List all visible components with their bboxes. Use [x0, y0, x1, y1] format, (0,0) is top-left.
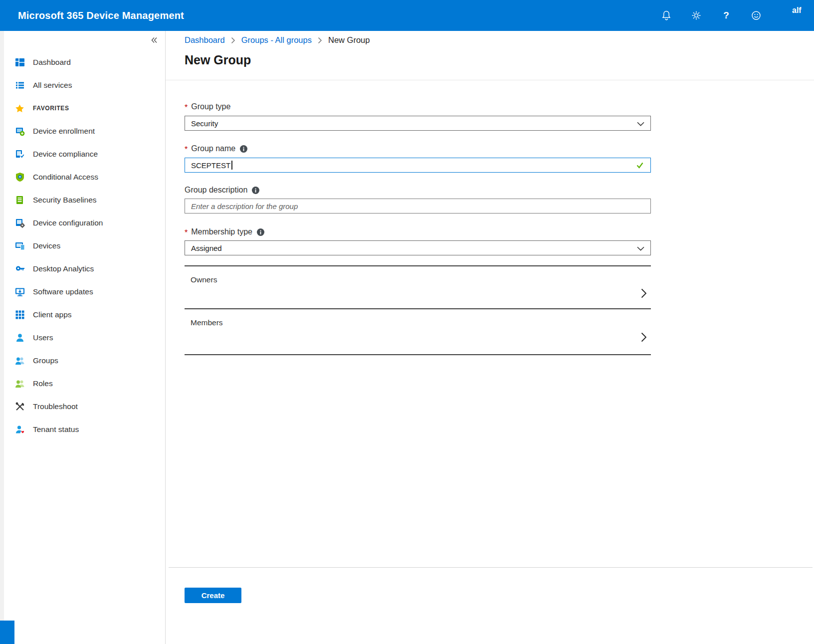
group-description-input[interactable] [185, 199, 651, 214]
help-icon[interactable]: ? [720, 9, 732, 21]
user-name[interactable]: alf [792, 6, 814, 15]
breadcrumb-current: New Group [328, 35, 370, 45]
sidebar-scrollbar[interactable] [0, 31, 4, 644]
troubleshoot-icon [15, 402, 25, 412]
main-content: Dashboard Groups - All groups New Group … [166, 31, 814, 644]
chevron-right-icon [318, 37, 322, 44]
info-icon[interactable] [252, 187, 259, 194]
members-row[interactable]: Members [185, 309, 651, 353]
sidebar-item-label: Security Baselines [33, 196, 97, 205]
info-icon[interactable] [257, 228, 264, 236]
sidebar-bottom-accent [0, 621, 14, 644]
groups-icon [15, 356, 25, 366]
sidebar-item-label: Troubleshoot [33, 402, 78, 411]
sidebar-item-label: Groups [33, 356, 58, 365]
star-icon [15, 103, 25, 113]
device-configuration-icon [15, 218, 25, 228]
roles-icon [15, 379, 25, 389]
text-cursor [231, 161, 232, 170]
all-services-icon [15, 80, 25, 90]
group-description-label: Group description [185, 186, 259, 195]
chevron-down-icon [637, 244, 644, 252]
group-type-value: Security [191, 119, 218, 128]
gear-icon[interactable] [690, 9, 702, 21]
chevron-down-icon [637, 119, 644, 128]
footer-separator [169, 567, 813, 568]
sidebar-item-troubleshoot[interactable]: Troubleshoot [0, 395, 165, 418]
chevron-right-icon [231, 37, 235, 44]
sidebar-item-desktop-analytics[interactable]: Desktop Analytics [0, 257, 165, 280]
members-bottom-divider [185, 354, 651, 355]
sidebar-item-label: Devices [33, 241, 60, 250]
group-name-value: SCEPTEST [191, 161, 230, 170]
membership-type-label: * Membership type [185, 227, 264, 236]
desktop-analytics-icon [15, 264, 25, 274]
sidebar-item-software-updates[interactable]: Software updates [0, 280, 165, 303]
sidebar-item-label: Roles [33, 379, 53, 388]
sidebar-item-label: Device compliance [33, 150, 98, 159]
users-icon [15, 333, 25, 343]
breadcrumb: Dashboard Groups - All groups New Group [185, 35, 370, 45]
sidebar-item-label: Tenant status [33, 425, 79, 434]
sidebar-item-roles[interactable]: Roles [0, 372, 165, 395]
chevron-right-icon [641, 332, 647, 343]
info-icon[interactable] [240, 145, 247, 153]
sidebar-item-label: All services [33, 81, 72, 90]
double-chevron-left-icon[interactable] [150, 36, 158, 46]
sidebar-item-label: Conditional Access [33, 173, 98, 182]
smiley-icon[interactable] [750, 9, 762, 21]
conditional-access-icon [15, 172, 25, 182]
sidebar-item-label: Device configuration [33, 218, 103, 227]
create-button[interactable]: Create [185, 588, 241, 603]
sidebar-item-label: Software updates [33, 287, 93, 296]
sidebar-item-device-configuration[interactable]: Device configuration [0, 212, 165, 234]
sidebar-favorites-header: FAVORITES [0, 97, 165, 120]
sidebar-item-security-baselines[interactable]: Security Baselines [0, 189, 165, 212]
owners-row[interactable]: Owners [185, 266, 651, 308]
sidebar-item-label: Device enrollment [33, 127, 95, 136]
sidebar-item-conditional-access[interactable]: Conditional Access [0, 166, 165, 189]
sidebar-nav: Dashboard All services FAVORITES Device … [0, 31, 165, 441]
software-updates-icon [15, 287, 25, 297]
top-bar: Microsoft 365 Device Management ? alf [0, 0, 814, 31]
page-title: New Group [185, 53, 251, 67]
client-apps-icon [15, 310, 25, 320]
sidebar-item-client-apps[interactable]: Client apps [0, 303, 165, 326]
app-title: Microsoft 365 Device Management [18, 10, 184, 21]
sidebar-item-label: Desktop Analytics [33, 264, 94, 273]
breadcrumb-groups-all-groups[interactable]: Groups - All groups [241, 35, 312, 45]
chevron-right-icon [641, 288, 647, 299]
device-enrollment-icon [15, 126, 25, 136]
group-name-label: * Group name [185, 144, 247, 153]
membership-type-value: Assigned [191, 244, 222, 252]
title-separator [166, 80, 814, 80]
sidebar-item-label: Dashboard [33, 58, 71, 67]
sidebar-item-users[interactable]: Users [0, 326, 165, 349]
group-type-select[interactable]: Security [185, 116, 651, 131]
breadcrumb-dashboard[interactable]: Dashboard [185, 35, 225, 45]
group-name-input[interactable]: SCEPTEST [185, 158, 651, 173]
security-baselines-icon [15, 195, 25, 205]
valid-check-icon [635, 161, 644, 170]
top-bar-icons: ? [660, 0, 762, 31]
device-compliance-icon [15, 149, 25, 159]
sidebar-item-label: Client apps [33, 310, 72, 319]
tenant-status-icon [15, 425, 25, 434]
sidebar-item-groups[interactable]: Groups [0, 349, 165, 372]
owners-label: Owners [191, 275, 217, 284]
required-marker: * [185, 228, 188, 237]
sidebar-item-device-enrollment[interactable]: Device enrollment [0, 120, 165, 143]
members-label: Members [191, 318, 223, 327]
sidebar-item-tenant-status[interactable]: Tenant status [0, 418, 165, 441]
sidebar-item-label: Users [33, 333, 53, 342]
bell-icon[interactable] [660, 9, 672, 21]
sidebar-item-dashboard[interactable]: Dashboard [0, 51, 165, 74]
sidebar-item-device-compliance[interactable]: Device compliance [0, 143, 165, 166]
sidebar-item-all-services[interactable]: All services [0, 74, 165, 97]
devices-icon [15, 241, 25, 251]
sidebar-item-devices[interactable]: Devices [0, 234, 165, 257]
sidebar: Dashboard All services FAVORITES Device … [0, 31, 166, 644]
group-type-label: * Group type [185, 102, 230, 111]
membership-type-select[interactable]: Assigned [185, 240, 651, 255]
dashboard-icon [15, 57, 25, 67]
